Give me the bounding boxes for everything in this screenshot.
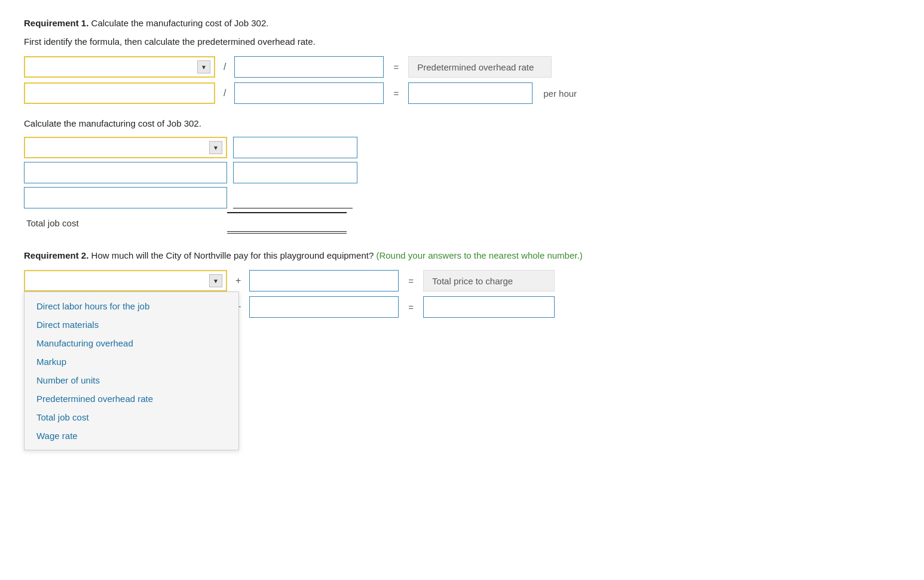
calc-dropdown-container-1: ▼ <box>24 137 227 158</box>
dropdown-item-3[interactable]: Markup <box>25 352 238 371</box>
dropdown-item-4[interactable]: Number of units <box>25 371 238 389</box>
req2-title: Requirement 2. How much will the City of… <box>24 250 900 260</box>
calc-dropdown-1-arrow[interactable]: ▼ <box>209 141 222 154</box>
req1-title: Requirement 1. Calculate the manufacturi… <box>24 18 900 28</box>
equals-1: = <box>390 62 402 72</box>
equals-2: = <box>390 88 402 99</box>
calc-value-1[interactable] <box>233 137 357 158</box>
dropdown-item-1[interactable]: Direct materials <box>25 315 238 334</box>
divide-operator-2: / <box>221 88 228 99</box>
req2-dropdown-1[interactable]: ▼ <box>24 270 227 291</box>
per-hour-label: per hour <box>543 88 577 99</box>
requirement-2-section: Requirement 2. How much will the City of… <box>24 250 900 318</box>
formula-dropdown-1[interactable]: ▼ <box>24 56 215 78</box>
plus-operator-1: + <box>233 275 243 286</box>
req2-input-2[interactable] <box>249 296 399 318</box>
dropdown-item-2[interactable]: Manufacturing overhead <box>25 334 238 352</box>
formula-result-2[interactable] <box>408 82 533 104</box>
formula-dropdown-1-input[interactable] <box>29 62 197 72</box>
formula-divisor-1[interactable] <box>234 56 384 78</box>
calc-label-3[interactable] <box>24 187 227 208</box>
chevron-down-icon-calc: ▼ <box>213 145 219 151</box>
dropdown-item-7[interactable]: Wage rate <box>25 426 238 445</box>
calc-dropdown-1-input[interactable] <box>29 143 209 153</box>
req2-formula-row-1: ▼ Direct labor hours for the job Direct … <box>24 270 900 291</box>
req2-dropdown-1-arrow[interactable]: ▼ <box>209 274 222 287</box>
req2-total-price-label: Total price to charge <box>423 270 555 291</box>
calc-row-2 <box>24 162 900 183</box>
divide-operator-1: / <box>221 62 228 72</box>
calc-dropdown-1[interactable]: ▼ <box>24 137 227 158</box>
calc-title: Calculate the manufacturing cost of Job … <box>24 118 900 128</box>
calc-label-2[interactable] <box>24 162 227 183</box>
req2-title-rest: How much will the City of Northville pay… <box>88 250 374 260</box>
dropdown-item-0[interactable]: Direct labor hours for the job <box>25 297 238 315</box>
formula-divisor-2[interactable] <box>234 82 384 104</box>
req2-result-2[interactable] <box>423 296 555 318</box>
total-job-cost-value[interactable] <box>227 212 347 234</box>
req2-equals-1: = <box>405 276 417 286</box>
dropdown-open-list: Direct labor hours for the job Direct ma… <box>24 291 239 450</box>
req1-subtitle: First identify the formula, then calcula… <box>24 36 900 47</box>
predetermined-overhead-rate-label: Predetermined overhead rate <box>408 56 552 78</box>
calc-section: Calculate the manufacturing cost of Job … <box>24 118 900 234</box>
req2-formula-row-2: + = <box>233 296 900 318</box>
formula-row-1: ▼ / = Predetermined overhead rate <box>24 56 900 78</box>
requirement-1-section: Requirement 1. Calculate the manufacturi… <box>24 18 900 104</box>
total-job-cost-label: Total job cost <box>24 218 227 228</box>
chevron-down-icon-req2: ▼ <box>213 278 219 284</box>
req2-highlight: (Round your answers to the nearest whole… <box>376 250 582 260</box>
chevron-down-icon: ▼ <box>201 64 207 70</box>
req1-title-bold: Requirement 1. <box>24 18 88 28</box>
formula-dropdown-1-arrow[interactable]: ▼ <box>197 60 210 73</box>
req2-title-bold: Requirement 2. <box>24 250 88 260</box>
total-row: Total job cost <box>24 212 900 234</box>
formula-row-2: / = per hour <box>24 82 900 104</box>
req1-title-rest: Calculate the manufacturing cost of Job … <box>88 18 268 28</box>
req2-input-1[interactable] <box>249 270 399 291</box>
dropdown-item-5[interactable]: Predetermined overhead rate <box>25 389 238 408</box>
calc-value-3[interactable] <box>233 187 353 208</box>
req2-dropdown-1-input[interactable] <box>29 276 209 286</box>
calc-row-3 <box>24 187 900 208</box>
formula-left-2[interactable] <box>24 82 215 104</box>
calc-value-2[interactable] <box>233 162 357 183</box>
dropdown-item-6[interactable]: Total job cost <box>25 408 238 426</box>
req2-equals-2: = <box>405 302 417 312</box>
dropdown-container-1: ▼ <box>24 56 215 78</box>
calc-row-1: ▼ <box>24 137 900 158</box>
req2-dropdown-container: ▼ Direct labor hours for the job Direct … <box>24 270 227 291</box>
